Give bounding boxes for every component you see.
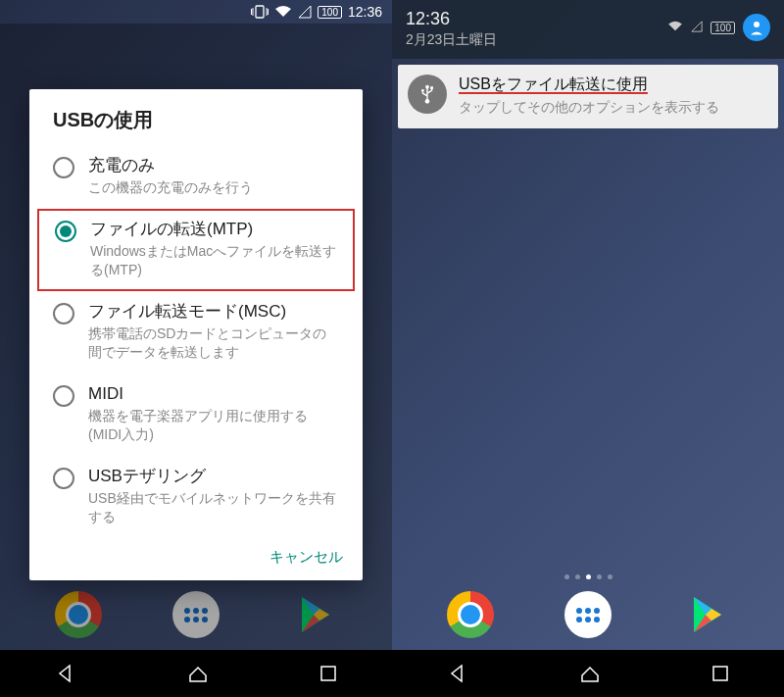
status-bar: 100 12:36: [0, 0, 392, 24]
nav-back-icon[interactable]: [446, 662, 469, 685]
option-title: MIDI: [88, 383, 339, 405]
shade-date: 2月23日土曜日: [406, 31, 497, 49]
nav-home-icon[interactable]: [578, 662, 602, 685]
notification-subtitle: タップしてその他のオプションを表示する: [459, 99, 719, 117]
option-title: ファイルの転送(MTP): [90, 219, 337, 240]
option-title: ファイル転送モード(MSC): [88, 301, 339, 323]
phone-right: 12:36 2月23日土曜日 100 USBをファイル転送に使用 タップしてその…: [392, 0, 784, 697]
svg-rect-0: [256, 6, 264, 18]
battery-indicator: 100: [710, 22, 735, 34]
notification-shade-header: 12:36 2月23日土曜日 100: [392, 0, 784, 59]
option-subtitle: 機器を電子楽器アプリ用に使用する(MIDI入力): [88, 407, 339, 444]
nav-back-icon[interactable]: [54, 662, 77, 685]
battery-indicator: 100: [318, 6, 342, 19]
status-time: 12:36: [348, 4, 382, 20]
chrome-icon[interactable]: [447, 591, 494, 638]
radio-icon: [53, 303, 74, 324]
shade-time: 12:36: [406, 10, 497, 29]
svg-point-4: [421, 89, 424, 92]
option-title: USBテザリング: [88, 466, 339, 487]
dialog-overlay: USBの使用 充電のみこの機器の充電のみを行うファイルの転送(MTP)Windo…: [0, 24, 392, 650]
option-subtitle: USB経由でモバイルネットワークを共有する: [88, 489, 339, 526]
option-subtitle: 携帯電話のSDカードとコンピュータの間でデータを転送します: [88, 324, 339, 362]
dialog-title: USBの使用: [33, 107, 359, 145]
radio-icon: [53, 385, 74, 407]
nav-recent-icon[interactable]: [710, 664, 730, 683]
signal-icon: [691, 19, 703, 36]
radio-icon: [53, 157, 74, 178]
pager-dot: [597, 574, 602, 579]
usb-option-4[interactable]: USBテザリングUSB経由でモバイルネットワークを共有する: [33, 456, 359, 538]
pager-dot: [586, 574, 591, 579]
pager-dot: [608, 574, 612, 579]
notification-title: USBをファイル転送に使用: [459, 75, 719, 95]
wifi-icon: [274, 5, 292, 19]
radio-icon: [53, 468, 74, 489]
usb-notification[interactable]: USBをファイル転送に使用 タップしてその他のオプションを表示する: [398, 65, 778, 128]
wifi-icon: [667, 19, 683, 36]
signal-icon: [298, 5, 312, 19]
cancel-button[interactable]: キャンセル: [270, 548, 343, 567]
play-store-icon[interactable]: [682, 591, 729, 638]
usb-dialog: USBの使用 充電のみこの機器の充電のみを行うファイルの転送(MTP)Windo…: [29, 89, 363, 579]
nav-home-icon[interactable]: [186, 662, 210, 685]
svg-rect-5: [430, 86, 433, 89]
usb-option-2[interactable]: ファイル転送モード(MSC)携帯電話のSDカードとコンピュータの間でデータを転送…: [33, 291, 359, 373]
option-subtitle: この機器の充電のみを行う: [88, 178, 253, 197]
vibrate-icon: [251, 5, 269, 19]
dock: [392, 591, 784, 638]
option-subtitle: WindowsまたはMacへファイルを転送する(MTP): [90, 242, 337, 279]
svg-rect-7: [713, 667, 727, 680]
usb-option-3[interactable]: MIDI機器を電子楽器アプリ用に使用する(MIDI入力): [33, 373, 359, 456]
pager-dot: [564, 574, 569, 579]
usb-option-1[interactable]: ファイルの転送(MTP)WindowsまたはMacへファイルを転送する(MTP): [37, 209, 355, 291]
svg-point-6: [425, 99, 430, 104]
navigation-bar: [0, 650, 392, 697]
page-indicator: [392, 574, 784, 579]
nav-recent-icon[interactable]: [318, 664, 338, 683]
usb-option-0[interactable]: 充電のみこの機器の充電のみを行う: [33, 145, 359, 209]
profile-icon[interactable]: [743, 14, 770, 41]
app-drawer-icon[interactable]: [564, 591, 612, 638]
option-title: 充電のみ: [88, 155, 253, 176]
navigation-bar: [392, 650, 784, 697]
radio-icon: [55, 221, 76, 242]
usb-icon: [408, 75, 447, 114]
svg-rect-1: [321, 667, 335, 680]
svg-point-2: [754, 22, 760, 27]
pager-dot: [575, 574, 580, 579]
phone-left: 100 12:36 USBの使用 充電のみこの機器の充電のみを行うファイルの転送…: [0, 0, 392, 697]
